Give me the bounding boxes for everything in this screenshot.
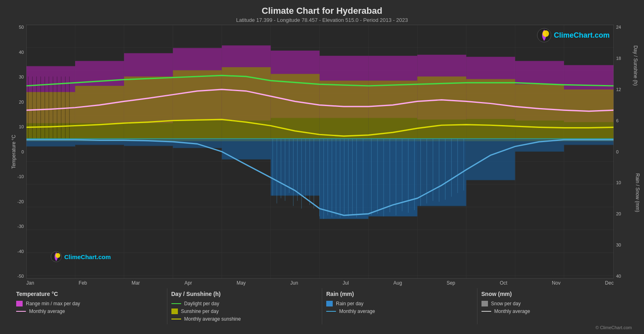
y-axis-left: Temperature °C 50 40 30 20 10 0 -10 -20 … [8, 25, 26, 279]
svg-rect-39 [26, 92, 75, 141]
temp-range-swatch [16, 301, 23, 306]
svg-rect-43 [222, 67, 271, 141]
rain-swatch [326, 301, 333, 306]
month-nov: Nov [552, 280, 560, 286]
svg-rect-49 [515, 84, 564, 141]
logo-icon-bottom [51, 251, 62, 262]
legend-sunshine: Day / Sunshine (h) Daylight per day Suns… [167, 288, 323, 324]
svg-rect-70 [417, 139, 466, 206]
snow-swatch [481, 301, 488, 306]
y-axis-label-left: Temperature °C [11, 134, 17, 168]
month-jun: Jun [290, 280, 298, 286]
legend-temp-title: Temperature °C [16, 291, 163, 297]
chart-inner: ClimeChart.com ClimeChart.com [26, 25, 614, 279]
sunshine-swatch [171, 308, 178, 314]
month-oct: Oct [500, 280, 507, 286]
svg-rect-47 [417, 77, 466, 141]
month-apr: Apr [184, 280, 192, 286]
y-axis-right-label-rain: Rain / Snow (mm) [635, 173, 640, 212]
temp-avg-line [16, 311, 26, 312]
svg-rect-45 [319, 81, 368, 141]
legend-temp-avg: Monthly average [16, 308, 163, 314]
month-sep: Sep [447, 280, 455, 286]
logo-bottom-left: ClimeChart.com [51, 251, 111, 262]
legend-rain-avg: Monthly average [326, 308, 473, 314]
logo-icon-top [537, 28, 551, 43]
legend-temp: Temperature °C Range min / max per day M… [12, 288, 167, 324]
legend-rain: Rain (mm) Rain per day Monthly average [322, 288, 477, 324]
chart-subtitle: Latitude 17.399 - Longitude 78.457 - Ele… [8, 17, 636, 23]
legend-temp-range: Range min / max per day [16, 301, 163, 306]
x-axis: Jan Feb Mar Apr May Jun Jul Aug Sep Oct … [26, 279, 614, 286]
legend-rain-title: Rain (mm) [326, 291, 473, 297]
month-jan: Jan [26, 280, 34, 286]
svg-rect-71 [466, 139, 515, 180]
svg-rect-66 [222, 139, 271, 160]
y-axis-right-label-sunshine: Day / Sunshine (h) [632, 45, 638, 85]
legend-snow-per-day: Snow per day [481, 301, 628, 306]
svg-rect-48 [466, 79, 515, 141]
svg-point-1 [543, 30, 549, 37]
svg-rect-67 [271, 139, 320, 196]
month-feb: Feb [79, 280, 87, 286]
legend-sunshine-avg: Monthly average sunshine [171, 316, 318, 322]
legend-snow-avg: Monthly average [481, 308, 628, 314]
month-dec: Dec [605, 280, 614, 286]
legend-sunshine-per-day: Sunshine per day [171, 308, 318, 314]
logo-text-bottom: ClimeChart.com [64, 253, 111, 260]
svg-rect-42 [173, 70, 222, 141]
month-may: May [236, 280, 246, 286]
page-wrapper: Climate Chart for Hyderabad Latitude 17.… [0, 0, 644, 334]
sunshine-avg-line [171, 319, 181, 319]
month-aug: Aug [393, 280, 402, 286]
svg-rect-50 [564, 89, 614, 141]
chart-area: Temperature °C 50 40 30 20 10 0 -10 -20 … [8, 25, 636, 279]
month-jul: Jul [343, 280, 349, 286]
daylight-line [171, 303, 181, 304]
legend-snow-title: Snow (mm) [481, 291, 628, 297]
snow-avg-line [481, 311, 491, 312]
legend-snow: Snow (mm) Snow per day Monthly average [477, 288, 632, 324]
month-mar: Mar [131, 280, 140, 286]
svg-point-3 [55, 253, 60, 258]
legend-daylight: Daylight per day [171, 301, 318, 306]
svg-rect-40 [75, 86, 124, 141]
copyright: © ClimeChart.com [8, 325, 636, 330]
logo-top-right: ClimeChart.com [537, 28, 610, 43]
main-chart-svg [26, 25, 614, 279]
chart-title: Climate Chart for Hyderabad [8, 6, 636, 16]
rain-avg-line [326, 311, 336, 312]
legend-sunshine-title: Day / Sunshine (h) [171, 291, 318, 297]
svg-rect-41 [124, 77, 173, 141]
logo-text-top: ClimeChart.com [554, 31, 610, 40]
legend-rain-per-day: Rain per day [326, 301, 473, 306]
legend-area: Temperature °C Range min / max per day M… [8, 288, 636, 324]
y-axis-right: Day / Sunshine (h) 24 18 12 6 0 10 20 30… [614, 25, 636, 279]
